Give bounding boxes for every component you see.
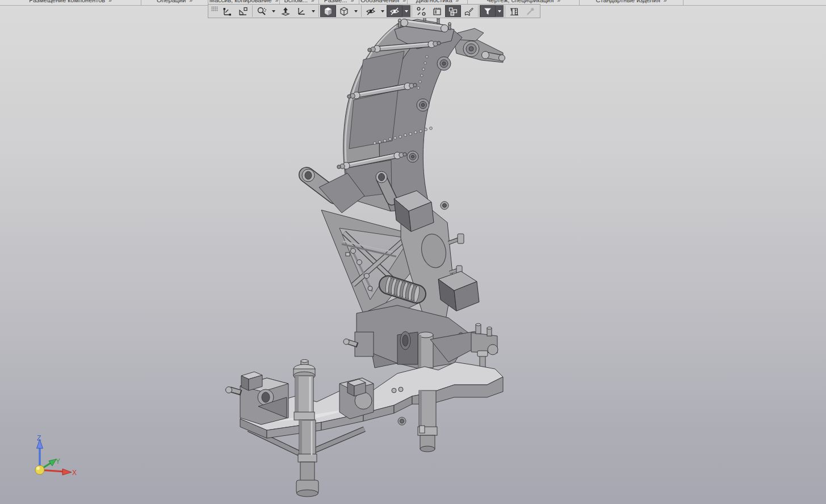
triad-y-label: Y [56, 457, 60, 465]
triad-z-label: Z [37, 434, 41, 442]
chevron-down-icon [272, 10, 275, 12]
chevron-down-icon [405, 10, 408, 12]
chevron-down-icon [312, 10, 315, 12]
chevron-icon[interactable]: » [189, 0, 192, 3]
chevron-icon[interactable]: » [456, 0, 459, 3]
hide-objects-dropdown[interactable] [379, 5, 387, 17]
toolbar-separator [478, 5, 479, 17]
origin-triad: Z Y X [35, 434, 77, 477]
component-visibility-button[interactable] [445, 5, 461, 17]
section-view-button[interactable] [429, 5, 445, 17]
hide-objects-icon [366, 6, 376, 16]
chevron-down-icon [381, 10, 384, 12]
standard-items-icon [509, 6, 519, 16]
explode-components-icon [416, 6, 426, 16]
zoom-area-button[interactable] [254, 5, 270, 17]
rotate-component-icon [296, 6, 307, 16]
eyedropper-button [522, 5, 538, 17]
edit-component-icon [464, 6, 474, 16]
drag-handle-icon[interactable] [210, 5, 219, 18]
chevron-down-icon [354, 10, 358, 12]
section-view-icon [432, 6, 442, 16]
rotate-dropdown[interactable] [309, 5, 317, 17]
rotate-component-button[interactable] [293, 5, 309, 17]
filter-objects-button[interactable] [480, 5, 496, 17]
eyedropper-icon [525, 6, 535, 16]
chevron-down-icon [498, 10, 501, 12]
wireframe-display-button[interactable] [336, 5, 352, 17]
explode-components-button[interactable] [413, 5, 429, 17]
shaded-display-button[interactable] [320, 5, 336, 17]
view-toolbar [208, 4, 540, 18]
standard-items-button[interactable] [506, 5, 522, 17]
edit-component-button[interactable] [461, 5, 477, 17]
model-canvas[interactable]: Z Y X [0, 6, 826, 504]
placement-constraints-button[interactable] [219, 5, 235, 17]
toolbar-separator [361, 5, 362, 17]
hide-objects-button[interactable] [363, 5, 379, 17]
tab-placement-components[interactable]: Размещение компонентов» [0, 0, 141, 5]
chevron-icon[interactable]: » [108, 0, 112, 3]
model-lower-arm[interactable] [343, 305, 498, 373]
tab-standard-items[interactable]: Стандартные изделия» [580, 0, 684, 5]
placement-constraints-icon [222, 6, 232, 16]
toolbar-separator [252, 5, 253, 17]
component-visibility-icon [448, 6, 458, 16]
3d-viewport[interactable]: Z Y X [0, 6, 826, 504]
toolbar-separator [412, 5, 412, 17]
display-mode-dropdown[interactable] [352, 5, 360, 17]
toolbar-separator [505, 5, 505, 17]
component-placement-button[interactable] [235, 5, 251, 17]
tab-operations[interactable]: Операции» [141, 0, 208, 5]
model-right-arm[interactable] [453, 28, 505, 62]
show-hidden-dropdown[interactable] [402, 5, 410, 17]
move-component-icon [280, 6, 291, 16]
triad-x-label: X [72, 469, 77, 477]
zoom-dropdown[interactable] [270, 5, 278, 17]
component-placement-icon [238, 6, 248, 16]
show-hidden-objects-button[interactable] [387, 5, 402, 17]
filter-objects-icon [483, 6, 493, 16]
show-hidden-objects-icon [389, 6, 400, 16]
chevron-icon[interactable]: » [664, 0, 667, 3]
filter-dropdown[interactable] [496, 5, 504, 17]
zoom-area-icon [257, 6, 267, 16]
chevron-icon[interactable]: » [275, 0, 279, 3]
toolbar-separator [318, 5, 319, 17]
wireframe-display-icon [339, 6, 349, 16]
move-component-button[interactable] [278, 5, 293, 17]
shaded-display-icon [323, 6, 333, 16]
chevron-icon[interactable]: » [402, 0, 406, 3]
chevron-icon[interactable]: » [311, 0, 315, 3]
chevron-icon[interactable]: » [351, 0, 354, 3]
chevron-icon[interactable]: » [557, 0, 560, 3]
model-base[interactable] [226, 360, 504, 497]
